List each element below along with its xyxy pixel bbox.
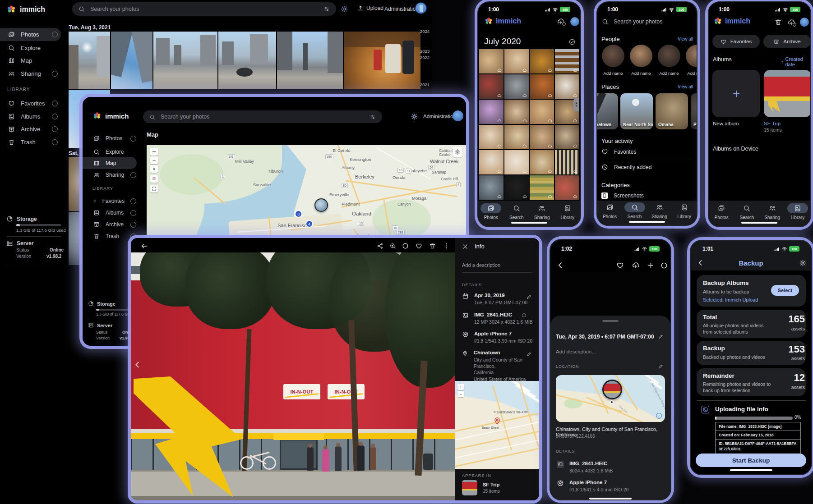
sidebar-item-albums[interactable]: Albums: [8, 113, 58, 120]
grid-photo[interactable]: [530, 100, 554, 124]
place-card[interactable]: Near North Side: [620, 93, 653, 129]
search-input[interactable]: Search your photos: [143, 110, 382, 123]
search-input[interactable]: Search your photos: [602, 18, 662, 25]
sidebar-item-explore[interactable]: Explore: [8, 45, 58, 51]
info-icon[interactable]: [661, 262, 668, 269]
add-description-field[interactable]: Add a description: [462, 262, 500, 268]
map-compass-button[interactable]: [150, 165, 158, 173]
face-avatar[interactable]: [686, 45, 698, 67]
select-all-check-icon[interactable]: [568, 38, 576, 46]
sidebar-item-map[interactable]: Map: [93, 160, 136, 166]
previous-photo-chevron[interactable]: [134, 361, 142, 369]
add-name-link[interactable]: Add name: [686, 71, 698, 76]
grid-photo[interactable]: [479, 100, 504, 124]
sidebar-item-albums[interactable]: Albums: [93, 210, 136, 216]
timeline-scrubber-handle[interactable]: ▲▼: [573, 98, 579, 111]
share-icon[interactable]: [377, 243, 383, 249]
grid-photo[interactable]: [555, 49, 579, 73]
administration-link[interactable]: Administration: [423, 114, 456, 119]
place-card[interactable]: Omaha: [656, 93, 688, 129]
add-name-link[interactable]: Add name: [602, 71, 624, 76]
map-attribution-info-icon[interactable]: i: [656, 413, 662, 419]
kebab-menu-icon[interactable]: [443, 243, 450, 249]
add-name-link[interactable]: Add name: [658, 71, 680, 76]
map-zoom-in-button[interactable]: [150, 148, 158, 156]
photo-innout-storefront[interactable]: IN-N-OUT IN-N-OUT: [131, 252, 455, 500]
map-layers-button[interactable]: [150, 175, 158, 183]
map-photo-marker[interactable]: [314, 198, 328, 212]
face-avatar[interactable]: [658, 45, 680, 67]
avatar[interactable]: [570, 17, 579, 26]
map-fullscreen-button[interactable]: [150, 185, 158, 192]
nav-photos[interactable]: Photos: [600, 202, 620, 219]
photo-thumbnail[interactable]: [344, 32, 420, 89]
grid-photo[interactable]: [504, 125, 529, 149]
grid-photo[interactable]: [530, 125, 554, 149]
nav-sharing[interactable]: Sharing: [762, 203, 783, 220]
edit-location-pencil-icon[interactable]: [526, 351, 532, 357]
nav-library[interactable]: Library: [557, 203, 578, 220]
recently-added-row[interactable]: Recently added: [601, 164, 651, 170]
album-name[interactable]: SF Trip: [764, 121, 781, 126]
sidebar-item-photos[interactable]: Photos: [8, 31, 58, 38]
avatar[interactable]: [415, 2, 427, 14]
location-map[interactable]: d - San Francisco Ferry Buildi The Em i: [556, 375, 665, 422]
grid-photo[interactable]: [555, 125, 579, 149]
nav-sharing[interactable]: Sharing: [649, 202, 670, 219]
face-avatar[interactable]: [630, 45, 652, 67]
zoom-icon[interactable]: [389, 243, 396, 249]
filter-sliders-icon[interactable]: [370, 114, 376, 120]
add-plus-icon[interactable]: [647, 261, 655, 269]
grid-photo[interactable]: [530, 175, 554, 200]
photo-thumbnail[interactable]: [218, 32, 276, 89]
grid-photo[interactable]: [479, 49, 504, 73]
grid-photo[interactable]: [479, 150, 504, 174]
photo-thumbnail[interactable]: [111, 32, 152, 89]
avatar[interactable]: [453, 110, 463, 121]
sort-created-date[interactable]: ↑Created date: [781, 56, 810, 67]
upload-cloud-icon[interactable]: [632, 261, 640, 270]
sidebar-item-archive[interactable]: Archive: [8, 126, 58, 133]
timeline-year[interactable]: 2021: [420, 82, 430, 87]
avatar[interactable]: [800, 18, 809, 27]
nav-photos[interactable]: Photos: [711, 203, 732, 220]
trash-icon[interactable]: [775, 18, 782, 26]
start-backup-button[interactable]: Start Backup: [696, 454, 806, 467]
timeline-year[interactable]: 2022: [420, 55, 430, 60]
grid-photo[interactable]: [504, 100, 529, 124]
immich-logo[interactable]: immich: [92, 111, 129, 120]
add-description-field[interactable]: Add description...: [556, 349, 596, 354]
favorite-heart-icon[interactable]: [416, 243, 422, 249]
sidebar-item-explore[interactable]: Explore: [93, 149, 136, 155]
nav-search[interactable]: Search: [736, 203, 757, 220]
favorites-button[interactable]: Favorites: [712, 35, 760, 48]
file-info-circle-icon[interactable]: [522, 313, 527, 318]
filter-sliders-icon[interactable]: [323, 6, 330, 12]
sidebar-item-favorites[interactable]: Favorites: [8, 100, 58, 107]
screenshots-row[interactable]: Screenshots: [601, 192, 644, 199]
map-cluster-marker[interactable]: 3: [295, 210, 302, 218]
add-name-link[interactable]: Add name: [630, 71, 652, 76]
photo-area-dark[interactable]: [550, 272, 670, 316]
info-minimap[interactable]: FISHERMAN'S WHARF Beach Street: [455, 381, 539, 469]
edit-date-pencil-icon[interactable]: [658, 334, 664, 339]
close-icon[interactable]: [462, 243, 468, 250]
sidebar-item-map[interactable]: Map: [8, 57, 58, 64]
minimap-zoom-in[interactable]: [457, 384, 464, 390]
sidebar-item-archive[interactable]: Archive: [93, 221, 136, 228]
sidebar-item-sharing[interactable]: Sharing: [8, 70, 58, 77]
backup-cloud-icon[interactable]: [557, 18, 565, 26]
album-thumbnail[interactable]: [462, 480, 477, 495]
grid-photo[interactable]: [479, 175, 504, 200]
delete-trash-icon[interactable]: [429, 243, 436, 249]
sf-trip-album-card[interactable]: [764, 70, 811, 117]
sidebar-item-sharing[interactable]: Sharing: [93, 172, 136, 178]
map-cluster-marker[interactable]: 4: [305, 220, 313, 228]
nav-photos[interactable]: Photos: [480, 203, 501, 220]
favorite-heart-icon[interactable]: [616, 261, 624, 269]
map-zoom-out-button[interactable]: [150, 156, 158, 164]
grid-photo[interactable]: [530, 150, 554, 174]
grid-photo[interactable]: [504, 175, 529, 200]
theme-toggle-sun-icon[interactable]: [341, 5, 348, 13]
minimap-zoom-out[interactable]: [457, 391, 464, 397]
